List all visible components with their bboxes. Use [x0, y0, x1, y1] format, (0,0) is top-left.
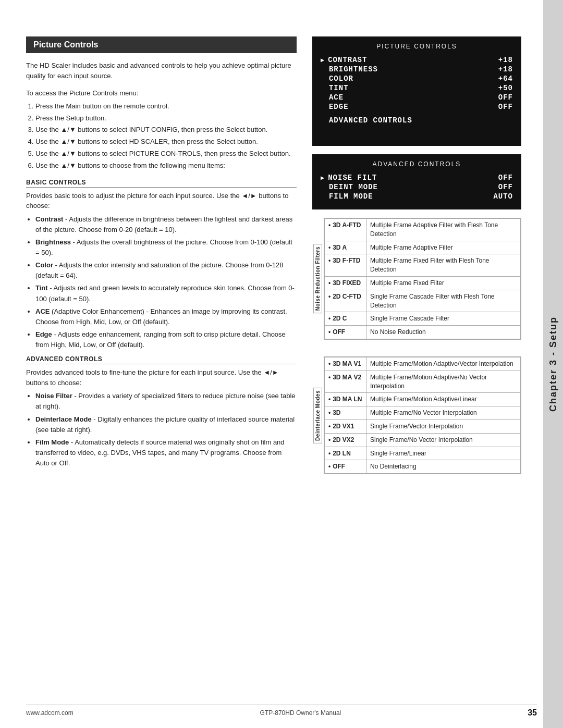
step-6: Use the ▲/▼ buttons to choose from the f… [35, 161, 297, 171]
main-content: Picture Controls The HD Scaler includes … [0, 21, 542, 707]
table-row: •3D MA V2 Multiple Frame/Motion Adaptive… [324, 371, 520, 393]
table-row: •3D Multiple Frame/No Vector Interpolati… [324, 406, 520, 420]
basic-controls-section: Basic Controls Provides basic tools to a… [26, 179, 297, 351]
basic-item-color: Color - Adjusts the color intensity and … [35, 260, 297, 281]
basic-controls-intro: Provides basic tools to adjust the pictu… [26, 191, 297, 211]
chapter-label: Chapter 3 - Setup [548, 316, 559, 412]
deinterlace-table-wrapper: Deinterlace Modes •3D MA V1 Multiple Fra… [312, 356, 521, 474]
table-row: •OFF No Noise Reduction [324, 326, 520, 339]
intro-text: The HD Scaler includes basic and advance… [26, 60, 297, 81]
menu-row-color: COLOR +64 [321, 74, 513, 83]
adv-menu-row-deint: DEINT MODE OFF [321, 182, 513, 192]
step-1: Press the Main button on the remote cont… [35, 101, 297, 112]
advanced-controls-menu-title: Advanced Controls [321, 161, 513, 168]
menu-row-ace: ACE OFF [321, 93, 513, 102]
noise-reduction-table: •3D A-FTD Multiple Frame Adaptive Filter… [324, 218, 521, 339]
table-row: •2D LN Single Frame/Linear [324, 447, 520, 460]
basic-item-brightness: Brightness - Adjusts the overall brightn… [35, 237, 297, 258]
chapter-tab: Chapter 3 - Setup [543, 0, 563, 728]
deinterlace-label: Deinterlace Modes [313, 388, 322, 443]
basic-item-tint: Tint - Adjusts red and green levels to a… [35, 283, 297, 304]
table-row: •OFF No Deinterlacing [324, 460, 520, 474]
table-row: •3D A Multiple Frame Adaptive Filter [324, 241, 520, 254]
basic-controls-title: Basic Controls [26, 179, 297, 188]
noise-reduction-label: Noise Reduction Filters [313, 244, 322, 313]
page-number: 35 [528, 708, 537, 718]
table-row: •3D MA V1 Multiple Frame/Motion Adaptive… [324, 357, 520, 371]
step-5: Use the ▲/▼ buttons to select PICTURE CO… [35, 149, 297, 159]
adv-item-noise: Noise Filter - Provides a variety of spe… [35, 391, 297, 412]
steps-intro: To access the Picture Controls menu: [26, 88, 297, 99]
noise-reduction-table-wrapper: Noise Reduction Filters •3D A-FTD Multip… [312, 218, 521, 340]
menu-row-contrast: ▶CONTRAST +18 [321, 55, 513, 65]
table-row: •3D A-FTD Multiple Frame Adaptive Filter… [324, 219, 520, 241]
advanced-controls-section: Advanced Controls Provides advanced tool… [26, 355, 297, 468]
picture-controls-menu-title: Picture Controls [321, 43, 513, 50]
footer-website: www.adcom.com [26, 709, 74, 717]
step-2: Press the Setup button. [35, 113, 297, 124]
picture-controls-menu: Picture Controls ▶CONTRAST +18 BRIGHTNES… [312, 36, 521, 146]
adv-menu-row-noise: ▶NOISE FILT OFF [321, 173, 513, 182]
steps-section: To access the Picture Controls menu: Pre… [26, 88, 297, 171]
left-column: Picture Controls The HD Scaler includes … [26, 36, 297, 692]
menu-row-tint: TINT +50 [321, 83, 513, 93]
steps-list: Press the Main button on the remote cont… [35, 101, 297, 171]
adv-item-deint: Deinterlace Mode - Digitally enhances th… [35, 414, 297, 435]
advanced-controls-title: Advanced Controls [26, 355, 297, 364]
menu-row-advanced: ADVANCED CONTROLS [321, 116, 513, 125]
advanced-controls-menu: Advanced Controls ▶NOISE FILT OFF DEINT … [312, 154, 521, 209]
basic-item-edge: Edge - Adjusts edge enhancement, ranging… [35, 329, 297, 350]
adv-item-film: Film Mode - Automatically detects if sou… [35, 437, 297, 468]
advanced-controls-intro: Provides advanced tools to fine-tune the… [26, 367, 297, 388]
table-row: •3D FIXED Multiple Frame Fixed Filter [324, 276, 520, 290]
selected-indicator: ▶ [321, 57, 325, 64]
table-row: •2D VX1 Single Frame/Vector Interpolatio… [324, 419, 520, 433]
basic-controls-list: Contrast - Adjusts the difference in bri… [35, 214, 297, 351]
basic-item-ace: ACE (Adaptive Color Enhancement) - Enhan… [35, 306, 297, 327]
basic-item-contrast: Contrast - Adjusts the difference in bri… [35, 214, 297, 235]
deinterlace-table: •3D MA V1 Multiple Frame/Motion Adaptive… [324, 357, 521, 474]
step-4: Use the ▲/▼ buttons to select HD SCALER,… [35, 137, 297, 147]
advanced-controls-list: Noise Filter - Provides a variety of spe… [35, 391, 297, 468]
page-title: Picture Controls [26, 36, 297, 53]
table-row: •3D MA LN Multiple Frame/Motion Adaptive… [324, 393, 520, 406]
page-wrapper: Picture Controls The HD Scaler includes … [0, 0, 563, 728]
table-row: •2D C Single Frame Cascade Filter [324, 312, 520, 326]
menu-row-edge: EDGE OFF [321, 102, 513, 112]
footer-manual: GTP-870HD Owner's Manual [260, 709, 341, 717]
page-footer: www.adcom.com GTP-870HD Owner's Manual 3… [26, 705, 537, 718]
right-column: Picture Controls ▶CONTRAST +18 BRIGHTNES… [312, 36, 521, 692]
menu-row-brightness: BRIGHTNESS +18 [321, 65, 513, 74]
table-row: •2D VX2 Single Frame/No Vector Interpola… [324, 433, 520, 447]
step-3: Use the ▲/▼ buttons to select INPUT CONF… [35, 125, 297, 135]
table-row: •3D F-FTD Multiple Frame Fixed Filter wi… [324, 254, 520, 277]
table-row: •2D C-FTD Single Frame Cascade Filter wi… [324, 290, 520, 312]
adv-menu-row-film: FILM MODE AUTO [321, 192, 513, 201]
adv-selected-indicator: ▶ [321, 175, 325, 182]
